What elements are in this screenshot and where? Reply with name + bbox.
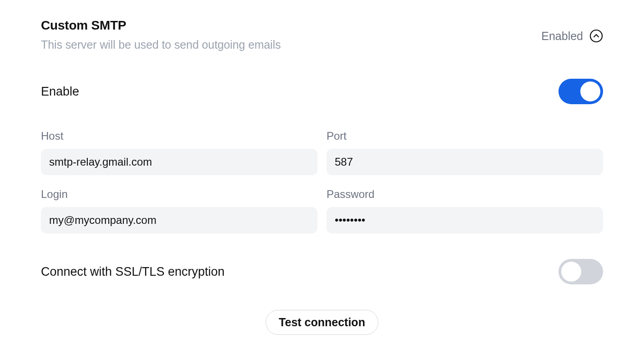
test-button-row: Test connection <box>41 310 603 335</box>
port-field: Port <box>327 130 603 175</box>
ssl-row: Connect with SSL/TLS encryption <box>41 259 603 284</box>
login-label: Login <box>41 188 317 201</box>
enable-label: Enable <box>41 85 79 99</box>
test-connection-button[interactable]: Test connection <box>266 310 378 335</box>
port-label: Port <box>327 130 603 142</box>
section-header-right[interactable]: Enabled <box>541 29 603 43</box>
svg-point-0 <box>590 30 602 42</box>
password-input[interactable] <box>327 207 603 233</box>
ssl-toggle[interactable] <box>558 259 603 284</box>
password-field: Password <box>327 188 603 233</box>
port-input[interactable] <box>327 149 603 175</box>
host-field: Host <box>41 130 317 175</box>
section-title: Custom SMTP <box>41 18 281 33</box>
toggle-knob <box>561 262 581 282</box>
password-label: Password <box>327 188 603 201</box>
enable-row: Enable <box>41 79 603 104</box>
fields-grid: Host Port Login Password <box>41 130 603 233</box>
section-description: This server will be used to send outgoin… <box>41 38 281 51</box>
section-header-left: Custom SMTP This server will be used to … <box>41 18 281 51</box>
login-input[interactable] <box>41 207 317 233</box>
chevron-up-circle-icon[interactable] <box>589 29 603 43</box>
enable-toggle[interactable] <box>558 79 603 104</box>
login-field: Login <box>41 188 317 233</box>
host-input[interactable] <box>41 149 317 175</box>
status-label: Enabled <box>541 30 583 43</box>
host-label: Host <box>41 130 317 142</box>
ssl-label: Connect with SSL/TLS encryption <box>41 265 225 279</box>
section-header: Custom SMTP This server will be used to … <box>41 18 603 51</box>
toggle-knob <box>580 81 600 101</box>
